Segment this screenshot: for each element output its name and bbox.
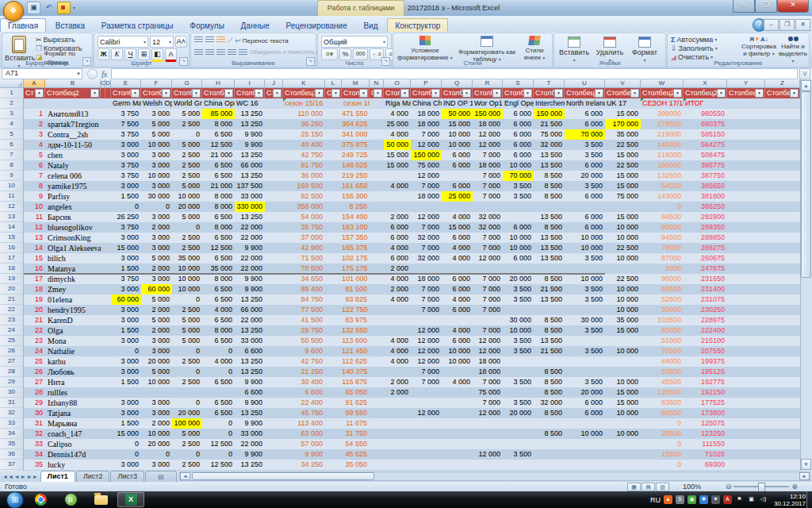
cell[interactable]: 4 000 [202, 356, 235, 367]
cell[interactable]: 4 000 [442, 294, 473, 305]
cell[interactable]: 6 600 [235, 346, 265, 356]
cell[interactable] [370, 429, 384, 439]
cell[interactable]: Столбе▼ [442, 88, 473, 98]
cell[interactable]: 11 675 [342, 418, 370, 429]
cell[interactable]: 9 900 [235, 418, 265, 429]
cell[interactable]: angelex [45, 202, 101, 212]
cell[interactable]: 4 000 [442, 212, 473, 222]
cell[interactable]: 20 [24, 305, 45, 315]
cell[interactable] [411, 202, 442, 212]
row-header[interactable]: 14 [0, 222, 24, 233]
cell[interactable]: 2 [24, 119, 45, 129]
cell[interactable]: 0 [641, 202, 684, 212]
cell[interactable]: 680375 [684, 119, 727, 129]
cell[interactable] [265, 346, 283, 356]
cell[interactable]: 87000 [641, 253, 684, 264]
cell[interactable]: 8 500 [534, 429, 565, 439]
cell[interactable] [727, 377, 765, 387]
cell[interactable]: 6 000 [503, 119, 534, 129]
filter-icon[interactable]: ▼ [554, 89, 563, 98]
cell[interactable]: 6 000 [442, 336, 473, 346]
cell[interactable]: 9 600 [283, 346, 325, 356]
scroll-down-icon[interactable]: ▼ [801, 459, 811, 470]
sort-filter-button[interactable]: Я▼А↓ Сортировка и фильтр ▾ [741, 36, 777, 58]
cell[interactable]: 42 900 [283, 243, 325, 253]
cell[interactable]: 3 000 [141, 346, 172, 356]
cell[interactable]: 165 375 [342, 243, 370, 253]
cell[interactable]: 13 250 [235, 212, 265, 222]
cell[interactable] [727, 264, 765, 274]
cell[interactable]: 11 [24, 212, 45, 222]
cell[interactable]: 27 [24, 377, 45, 387]
cell[interactable]: 110 000 [283, 109, 325, 119]
cell[interactable]: 6 500 [202, 212, 235, 222]
cell[interactable] [370, 305, 384, 315]
start-button[interactable]: ⊞ [6, 491, 24, 508]
cell[interactable]: 395775 [684, 160, 727, 171]
cell[interactable]: 32 000 [473, 222, 503, 233]
taskbar-excel-icon[interactable]: X [117, 492, 144, 507]
cell[interactable]: 2 500 [172, 171, 202, 181]
cell[interactable]: 192775 [684, 377, 727, 387]
tray-network-icon[interactable]: ▣ [747, 495, 756, 504]
cell[interactable]: Mona [45, 336, 101, 346]
cell[interactable]: 6 000 [442, 233, 473, 243]
cell[interactable]: 13 250 [235, 325, 265, 336]
cell[interactable]: 0 [141, 449, 172, 460]
filter-icon[interactable]: ▼ [630, 89, 639, 98]
cell[interactable]: 292900 [684, 212, 727, 222]
cell[interactable]: 4 000 [384, 356, 411, 367]
cell[interactable]: 143000 [641, 191, 684, 202]
column-header-Q[interactable]: Q [442, 79, 473, 88]
cell[interactable]: 2 000 [141, 418, 172, 429]
cell[interactable]: 6 000 [503, 253, 534, 264]
cell[interactable]: Nathalie [45, 346, 101, 356]
cell[interactable]: 12 000 [473, 346, 503, 356]
cell[interactable]: China Cha [411, 98, 442, 109]
cell[interactable]: 123250 [684, 429, 727, 439]
cell[interactable]: 3 750 [111, 222, 141, 233]
cell[interactable]: 70 000 [503, 171, 534, 181]
cell[interactable]: 75 000 [534, 129, 565, 140]
cell[interactable]: Olga [45, 325, 101, 336]
tab-recenzirovanie[interactable]: Рецензирование [279, 19, 354, 33]
cell[interactable]: 35 000 [605, 129, 641, 140]
cell[interactable] [411, 449, 442, 460]
cell[interactable]: 161 650 [342, 181, 370, 191]
cell[interactable]: 6 500 [202, 233, 235, 243]
cell[interactable] [765, 160, 800, 171]
cell[interactable] [727, 202, 765, 212]
cell[interactable]: 10 000 [605, 222, 641, 233]
filter-icon[interactable]: ▼ [224, 89, 233, 98]
close-button[interactable]: ✕ [777, 0, 809, 13]
cell[interactable] [105, 98, 111, 109]
row-header[interactable]: 37 [0, 460, 24, 470]
borders-icon[interactable]: ⊞ [138, 48, 150, 60]
cell[interactable]: Столбе▼ [765, 88, 800, 98]
filter-icon[interactable]: ▼ [331, 89, 340, 98]
cell[interactable] [727, 418, 765, 429]
cell[interactable]: 3 750 [111, 129, 141, 140]
cell[interactable]: 32 000 [534, 398, 565, 408]
filter-icon[interactable]: ▼ [755, 89, 764, 98]
cell[interactable] [727, 233, 765, 243]
cell[interactable]: 3 750 [111, 109, 141, 119]
cell[interactable] [370, 109, 384, 119]
clock[interactable]: 12:10 30.12.2017 [774, 493, 806, 507]
cell[interactable]: 980550 [684, 109, 727, 119]
cell[interactable]: 12 000 [473, 336, 503, 346]
cell[interactable]: 84500 [641, 212, 684, 222]
cell[interactable]: 3 500 [565, 181, 605, 191]
cell[interactable]: 6 000 [503, 109, 534, 119]
cell[interactable]: 30 400 [283, 377, 325, 387]
cell[interactable]: сезон 16/17 [342, 98, 370, 109]
taskbar-utorrent-icon[interactable]: µ [57, 492, 84, 507]
cell[interactable]: Dennis147d [45, 449, 101, 460]
cell[interactable] [265, 129, 283, 140]
cell[interactable]: 22 000 [235, 315, 265, 325]
cell[interactable] [473, 418, 503, 429]
cell[interactable] [765, 377, 800, 387]
cell[interactable]: Germ Mas [111, 98, 141, 109]
cell[interactable]: 15 000 [605, 181, 641, 191]
cell[interactable] [605, 202, 641, 212]
